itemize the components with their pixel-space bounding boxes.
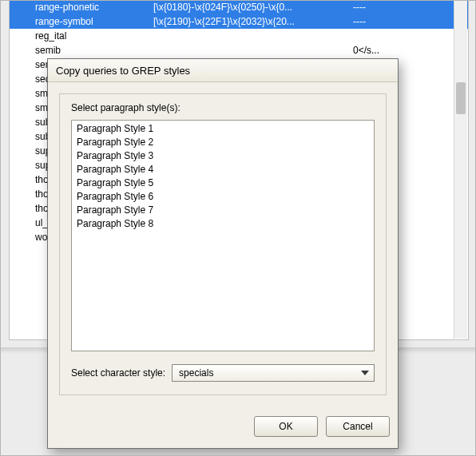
chevron-down-icon — [361, 371, 369, 375]
paragraph-style-label: Select paragraph style(s): — [71, 102, 375, 113]
query-name: range-symbol — [35, 14, 153, 29]
cancel-button[interactable]: Cancel — [326, 416, 390, 437]
query-list-row[interactable]: semib0</s... — [10, 43, 468, 57]
dialog-titlebar[interactable]: Copy queries to GREP styles — [48, 59, 398, 82]
dialog-body: Select paragraph style(s): Paragraph Sty… — [48, 82, 398, 406]
query-replacement: ---- — [353, 14, 417, 29]
copy-queries-dialog: Copy queries to GREP styles Select parag… — [47, 58, 399, 449]
query-expression: [\x{2190}-\x{22F1}\x{2032}\x{20... — [153, 14, 353, 29]
character-style-row: Select character style: specials — [71, 364, 375, 382]
paragraph-style-item[interactable]: Paragraph Style 1 — [75, 122, 371, 136]
query-list-row[interactable]: reg_ital — [10, 29, 468, 43]
query-list-row[interactable]: range-symbol[\x{2190}-\x{22F1}\x{2032}\x… — [10, 14, 468, 29]
query-replacement: ---- — [353, 0, 417, 14]
query-name: semib — [35, 43, 153, 57]
character-style-label: Select character style: — [71, 367, 165, 379]
query-name: reg_ital — [35, 29, 153, 43]
query-name: range-phonetic — [35, 0, 153, 14]
paragraph-style-item[interactable]: Paragraph Style 6 — [75, 190, 371, 204]
paragraph-style-item[interactable]: Paragraph Style 2 — [75, 136, 371, 149]
character-style-value: specials — [179, 367, 213, 379]
scrollbar-thumb[interactable] — [456, 82, 466, 114]
cancel-button-label: Cancel — [343, 421, 372, 432]
query-replacement: 0</s... — [353, 43, 417, 57]
paragraph-style-list[interactable]: Paragraph Style 1Paragraph Style 2Paragr… — [71, 120, 375, 351]
query-list-scrollbar[interactable] — [454, 0, 467, 339]
paragraph-style-item[interactable]: Paragraph Style 7 — [75, 204, 371, 217]
character-style-combo[interactable]: specials — [172, 364, 375, 382]
dialog-title: Copy queries to GREP styles — [56, 65, 190, 77]
query-list-row[interactable]: range-phonetic[\x{0180}-\x{024F}\x{0250}… — [10, 0, 468, 14]
paragraph-style-item[interactable]: Paragraph Style 3 — [75, 149, 371, 163]
paragraph-style-item[interactable]: Paragraph Style 5 — [75, 176, 371, 190]
dialog-group: Select paragraph style(s): Paragraph Sty… — [59, 93, 387, 395]
ok-button-label: OK — [279, 421, 292, 432]
ok-button[interactable]: OK — [254, 416, 318, 437]
app-window: range-Hebrew[\x{0590}-\x{05FF}]+----rang… — [0, 0, 476, 456]
query-expression: [\x{0180}-\x{024F}\x{0250}-\x{0... — [153, 0, 353, 14]
paragraph-style-item[interactable]: Paragraph Style 4 — [75, 163, 371, 176]
dialog-button-bar: OK Cancel — [48, 406, 398, 448]
paragraph-style-item[interactable]: Paragraph Style 8 — [75, 217, 371, 231]
